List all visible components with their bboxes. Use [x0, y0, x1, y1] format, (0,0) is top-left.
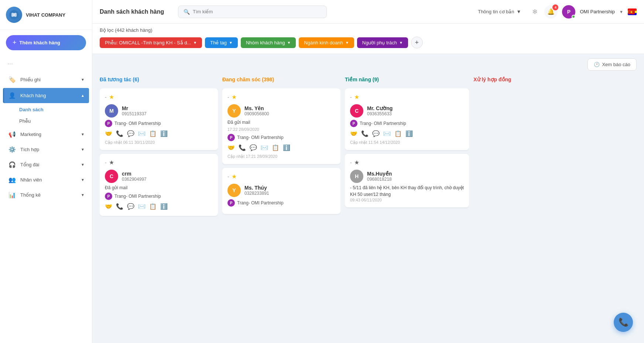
chat-icon[interactable]: 💬	[127, 130, 134, 137]
info-icon[interactable]: ℹ️	[160, 130, 168, 137]
card-actions: 🤝 📞 💬 ✉️ 📋 ℹ️	[105, 203, 213, 210]
task-icon[interactable]: 🤝	[105, 130, 112, 137]
search-bar[interactable]: 🔍	[178, 6, 327, 18]
tag-icon: 🏷️	[8, 76, 16, 83]
info-icon[interactable]: ℹ️	[160, 203, 168, 210]
search-input[interactable]	[193, 9, 321, 14]
page-title: Danh sách khách hàng	[100, 9, 174, 15]
dash-icon: -	[105, 94, 107, 100]
task-icon[interactable]: 🤝	[105, 203, 112, 210]
partner-name: Trang- OMI Partnership	[114, 194, 161, 199]
note-icon[interactable]: 📋	[149, 130, 157, 137]
sidebar-label-thong-ke: Thống kê	[20, 192, 76, 198]
chat-icon[interactable]: 💬	[127, 203, 134, 210]
info-icon[interactable]: ℹ️	[283, 144, 290, 151]
sidebar-item-nhan-vien[interactable]: 👥 Nhân viên ▼	[0, 172, 92, 187]
filter-group-label: Nhóm khách hàng	[246, 40, 285, 45]
search-icon: 🔍	[184, 9, 190, 15]
chevron-icon: ▼	[81, 163, 85, 167]
note-icon[interactable]: 📋	[272, 144, 279, 151]
task-icon[interactable]: 🤝	[227, 144, 235, 151]
partner-name: Trang- OMI Partnership	[237, 135, 284, 140]
email-icon[interactable]: ✉️	[138, 130, 145, 137]
phone-icon[interactable]: 📞	[361, 130, 369, 137]
filter-chip-funnel[interactable]: Phễu: OMICALL -Tinh trạng KH - Sắ d... ▼	[100, 37, 202, 48]
user-name[interactable]: OMI Partnership	[580, 9, 615, 14]
filter-area: Bộ lọc (442 khách hàng) Phễu: OMICALL -T…	[92, 24, 644, 54]
kanban-cards-tiem-nang: - ★ C Mr. Cường 0936355633 P T	[345, 88, 469, 336]
task-icon[interactable]: 🤝	[350, 130, 357, 137]
notification-badge: 4	[552, 4, 558, 10]
sidebar-item-tich-hop[interactable]: ⚙️ Tích hợp ▼	[0, 142, 92, 157]
customer-name: Mr. Cường	[367, 105, 393, 111]
star-icon[interactable]: ★	[109, 94, 114, 101]
partner-row: P Trang- OMI Partnership	[227, 134, 335, 141]
chevron-icon: ▼	[81, 178, 85, 182]
star-icon[interactable]: ★	[354, 94, 359, 101]
chevron-down-icon: ▼	[193, 41, 197, 45]
email-icon[interactable]: ✉️	[138, 203, 145, 210]
notification-button[interactable]: 🔔 4	[544, 5, 558, 18]
card-actions: 🤝 📞 💬 ✉️ 📋 ℹ️	[227, 144, 335, 151]
email-icon[interactable]: ✉️	[261, 144, 268, 151]
filter-chip-tag[interactable]: Thẻ tag ▼	[205, 37, 238, 48]
card-actions: 🤝 📞 💬 ✉️ 📋 ℹ️	[350, 130, 464, 137]
col-header-xu-ly: Xử lý hợp đồng	[473, 75, 592, 84]
sidebar-item-phieu-ghi[interactable]: 🏷️ Phiếu ghi ▼	[0, 72, 92, 87]
thongtin-label: Thông tin cơ bản	[478, 9, 514, 14]
sidebar-dots[interactable]: ···	[0, 55, 92, 72]
sidebar-menu: 🏷️ Phiếu ghi ▼ 👤 Khách hàng ▲ Danh sách …	[0, 72, 92, 343]
add-button-label: Thêm khách hàng	[20, 40, 61, 45]
add-customer-button[interactable]: + Thêm khách hàng	[6, 35, 86, 50]
star-icon[interactable]: ★	[109, 159, 114, 166]
add-filter-button[interactable]: +	[411, 37, 423, 48]
chat-icon[interactable]: 💬	[250, 144, 257, 151]
sidebar-item-tong-dai[interactable]: 🎧 Tổng đài ▼	[0, 157, 92, 172]
customer-phone: 0362904997	[122, 177, 147, 182]
customer-phone: 0909056800	[244, 111, 269, 116]
col-header-tuong-tac: Đã tương tác (6)	[100, 75, 218, 84]
fab-call-button[interactable]: 📞	[614, 313, 633, 332]
stats-icon: 📊	[8, 191, 16, 198]
thongtin-button[interactable]: Thông tin cơ bản ▼	[473, 7, 525, 17]
customer-info: Ms.Huyền 0968018218	[367, 171, 392, 182]
flag-icon: 🇻🇳	[628, 9, 637, 15]
note-icon[interactable]: 📋	[394, 130, 402, 137]
clock-icon: 🕐	[594, 62, 600, 67]
partner-icon: P	[105, 120, 112, 127]
chat-icon[interactable]: 💬	[372, 130, 380, 137]
filter-chip-group[interactable]: Nhóm khách hàng ▼	[241, 37, 296, 48]
sidebar-item-thong-ke[interactable]: 📊 Thống kê ▼	[0, 187, 92, 203]
customer-info: Ms. Yên 0909056800	[244, 105, 269, 116]
email-icon[interactable]: ✉️	[383, 130, 391, 137]
sidebar-sub-danh-sach[interactable]: Danh sách	[0, 104, 92, 115]
sidebar-item-marketing[interactable]: 📢 Marketing ▼	[0, 127, 92, 142]
filter-chip-industry[interactable]: Ngành kinh doanh ▼	[299, 37, 354, 48]
card-mr: - ★ M Mr 0915119337 P Trang- O	[100, 88, 218, 150]
sidebar-item-khach-hang[interactable]: 👤 Khách hàng ▲	[3, 88, 89, 103]
sidebar-sub-pheu[interactable]: Phễu	[0, 115, 92, 127]
partner-name: Trang- OMI Partnership	[360, 121, 406, 126]
phone-icon[interactable]: 📞	[116, 203, 123, 210]
avatar: Y	[227, 184, 241, 197]
info-icon[interactable]: ℹ️	[405, 130, 413, 137]
star-icon[interactable]: ★	[232, 94, 237, 101]
star-icon[interactable]: ★	[354, 159, 359, 166]
chevron-down-icon: ▼	[287, 41, 291, 45]
sidebar-label-tich-hop: Tích hợp	[20, 147, 76, 152]
report-label: Xem báo cáo	[602, 62, 630, 67]
customer-info: Ms. Thúy 0328233891	[244, 185, 269, 196]
report-button[interactable]: 🕐 Xem báo cáo	[588, 58, 637, 71]
note-icon[interactable]: 📋	[149, 203, 157, 210]
partner-row: P Trang- OMI Partnership	[105, 193, 213, 200]
sidebar-label-khach-hang: Khách hàng	[20, 93, 76, 98]
phone-icon[interactable]: 📞	[116, 130, 123, 137]
dash-icon: -	[227, 174, 229, 180]
chevron-down-icon: ▼	[229, 41, 233, 45]
filter-chip-owner[interactable]: Người phụ trách ▼	[357, 37, 408, 48]
customer-name: crm	[122, 171, 147, 177]
star-icon[interactable]: ★	[232, 173, 237, 180]
sidebar-logo: VIHAT COMPANY	[0, 0, 92, 30]
phone-icon[interactable]: 📞	[239, 144, 246, 151]
avatar[interactable]: P	[562, 5, 575, 18]
